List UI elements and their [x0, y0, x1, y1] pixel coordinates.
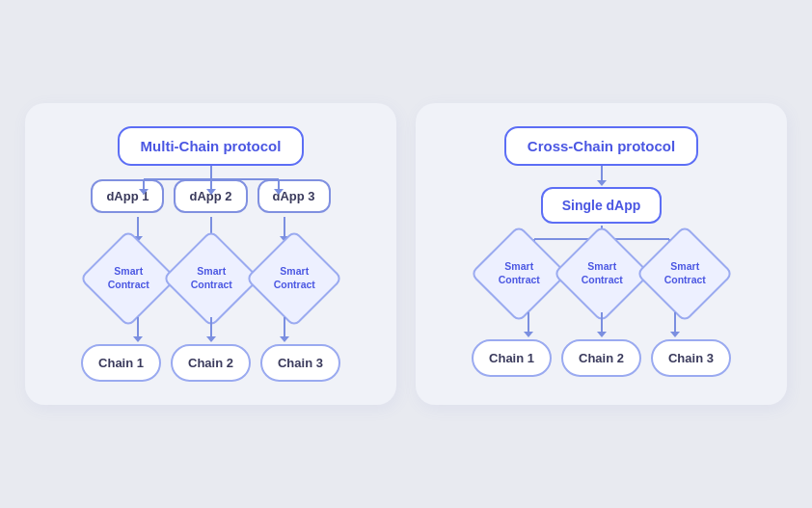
chain3-node: Chain 3: [260, 344, 340, 382]
right-chain1-node: Chain 1: [472, 339, 552, 377]
single-dapp-node: Single dApp: [541, 187, 663, 224]
diagrams-container: Multi-Chain protocol dApp 1 dA: [6, 84, 806, 424]
right-sc2-label: SmartContract: [569, 260, 635, 286]
multi-chain-protocol-node: Multi-Chain protocol: [118, 126, 305, 166]
right-smart-contracts-row: SmartContract SmartContract SmartContrac…: [435, 239, 768, 308]
sc-to-chain-arrows-right: [491, 312, 713, 339]
right-chain2-node: Chain 2: [561, 339, 641, 377]
sc3-diamond: SmartContract: [245, 229, 343, 328]
smart-contracts-row: SmartContract SmartContract SmartContrac…: [44, 244, 377, 313]
protocol-to-dapp-arrow: [592, 166, 611, 187]
chain2-node: Chain 2: [171, 344, 251, 382]
svg-marker-21: [597, 180, 607, 186]
multi-chain-diagram: Multi-Chain protocol dApp 1 dA: [25, 103, 396, 405]
sc2-diamond: SmartContract: [162, 229, 260, 328]
svg-marker-31: [524, 332, 533, 337]
cross-chain-protocol-node: Cross-Chain protocol: [504, 126, 698, 166]
right-chain3-node: Chain 3: [651, 339, 731, 377]
svg-marker-17: [206, 336, 216, 342]
svg-marker-35: [670, 332, 680, 337]
svg-marker-33: [597, 332, 607, 337]
sc1-diamond: SmartContract: [79, 229, 177, 328]
right-sc3-label: SmartContract: [652, 260, 717, 286]
sc2-label: SmartContract: [178, 265, 244, 291]
chain1-node: Chain 1: [81, 344, 161, 382]
chains-row: Chain 1 Chain 2 Chain 3: [44, 344, 377, 382]
svg-marker-19: [280, 336, 289, 342]
sc1-label: SmartContract: [95, 265, 161, 291]
sc-to-chain-arrows-left: [100, 317, 322, 344]
right-sc1-label: SmartContract: [486, 260, 552, 286]
svg-marker-15: [133, 336, 143, 342]
multi-branch-arrows: [105, 166, 317, 193]
cross-chain-diagram: Cross-Chain protocol Single dApp: [416, 103, 787, 405]
right-chains-row: Chain 1 Chain 2 Chain 3: [435, 339, 768, 377]
sc3-label: SmartContract: [261, 265, 327, 291]
